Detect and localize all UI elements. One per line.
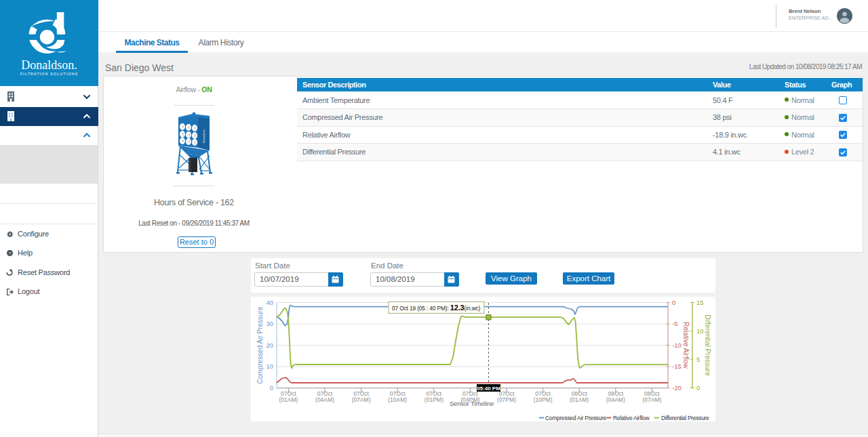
svg-text:(04AM): (04AM) (315, 396, 334, 403)
svg-text:30: 30 (266, 320, 273, 327)
svg-text:15: 15 (696, 299, 704, 306)
svg-text:20: 20 (266, 341, 273, 349)
svg-text:(01AM): (01AM) (279, 396, 298, 403)
svg-text:Donaldson: Donaldson (202, 129, 205, 143)
svg-text:-10: -10 (672, 341, 682, 349)
svg-text:0: 0 (270, 384, 273, 392)
svg-text:-5: -5 (672, 320, 677, 327)
svg-text:(07AM): (07AM) (352, 396, 371, 403)
svg-text:Sensor Timeline: Sensor Timeline (450, 400, 494, 407)
svg-text:Differential Pressure: Differential Pressure (661, 415, 709, 421)
svg-text:(07AM): (07AM) (642, 396, 661, 403)
svg-text:5: 5 (696, 356, 700, 363)
svg-text:(01AM): (01AM) (570, 396, 589, 403)
svg-text:Compressed Air Pressure: Compressed Air Pressure (256, 306, 264, 383)
svg-text:-15: -15 (672, 362, 682, 370)
svg-text:Relative Airflow: Relative Airflow (613, 415, 650, 421)
svg-text:(10PM): (10PM) (534, 396, 553, 403)
svg-text:0: 0 (696, 384, 700, 392)
svg-text:(07PM): (07PM) (497, 396, 516, 403)
svg-text:10: 10 (696, 327, 704, 335)
svg-text:(04AM): (04AM) (606, 396, 625, 403)
svg-text:10: 10 (266, 362, 273, 370)
svg-text:?: ? (9, 251, 12, 255)
svg-text:(10AM): (10AM) (388, 396, 407, 403)
svg-text:(01PM): (01PM) (425, 396, 443, 403)
svg-text:40: 40 (266, 299, 273, 306)
svg-text:Compressed Air Pressure: Compressed Air Pressure (545, 415, 607, 421)
svg-text:Relative Airflow: Relative Airflow (682, 322, 690, 369)
svg-text:07 Oct 19 (05 : 40 PM): 12.3(i: 07 Oct 19 (05 : 40 PM): 12.3(in.wc) (392, 304, 481, 312)
svg-text:Differential Pressure: Differential Pressure (704, 314, 711, 376)
svg-text:0: 0 (672, 299, 675, 306)
svg-text:-20: -20 (672, 384, 682, 392)
svg-text:05:40 PM: 05:40 PM (477, 386, 500, 392)
